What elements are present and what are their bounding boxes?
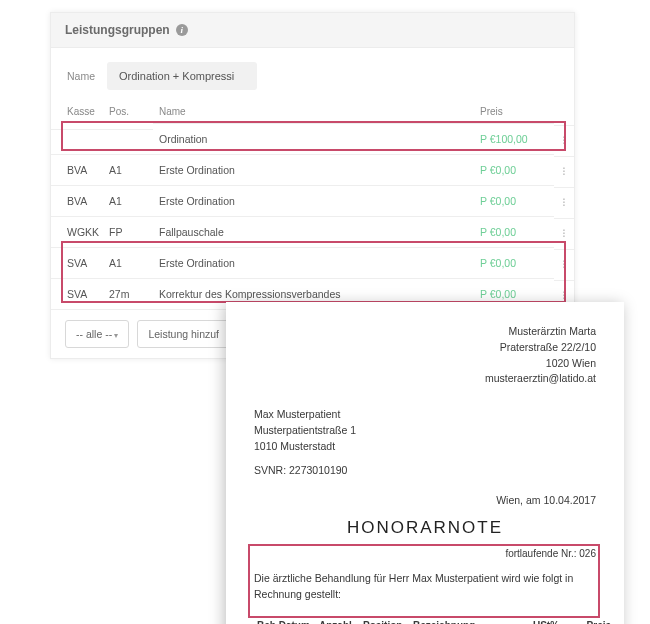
running-number: fortlaufende Nr.: 026: [254, 548, 596, 559]
recipient-street: Musterpatientstraße 1: [254, 423, 596, 439]
svnr-value: 2273010190: [289, 464, 347, 476]
sender-city: 1020 Wien: [254, 356, 596, 372]
cell-price: P €0,00: [474, 154, 554, 185]
cell-pos: A1: [103, 185, 153, 216]
col-name: Name: [153, 100, 474, 123]
cell-kasse: SVA: [51, 247, 103, 278]
cell-pos: 27m: [103, 278, 153, 309]
cell-price: P €0,00: [474, 216, 554, 247]
cell-name: Erste Ordination: [153, 247, 474, 278]
kasse-filter-dropdown[interactable]: -- alle --: [65, 320, 129, 348]
svnr-line: SVNR: 2273010190: [254, 464, 596, 476]
panel-header: Leistungsgruppen i: [51, 13, 574, 48]
cell-price: P €0,00: [474, 247, 554, 278]
intro-text: Die ärztliche Behandlung für Herr Max Mu…: [254, 571, 596, 603]
filter-label: Name: [67, 70, 95, 82]
cell-kasse: WGKK: [51, 216, 103, 247]
cell-kasse: BVA: [51, 185, 103, 216]
inv-col-date: Beh.Datum: [254, 615, 316, 624]
inv-col-pos: Position: [360, 615, 410, 624]
sender-name: Musterärztin Marta: [254, 324, 596, 340]
cell-pos: [103, 129, 153, 148]
col-preis: Preis: [474, 100, 554, 123]
invoice-table: Beh.Datum Anzahl Position Bezeichnung US…: [254, 615, 596, 624]
cell-kasse: SVA: [51, 278, 103, 309]
cell-name: Fallpauschale: [153, 216, 474, 247]
cell-kasse: [51, 129, 103, 148]
sender-email: musteraerztin@latido.at: [254, 371, 596, 387]
filter-row: Name: [51, 48, 574, 100]
recipient-block: Max Musterpatient Musterpatientstraße 1 …: [254, 407, 596, 454]
name-filter-input[interactable]: [107, 62, 257, 90]
inv-col-qty: Anzahl: [316, 615, 360, 624]
row-menu-icon[interactable]: ···: [554, 218, 574, 246]
row-menu-icon[interactable]: ···: [554, 125, 574, 153]
doc-title: HONORARNOTE: [254, 518, 596, 538]
svnr-label: SVNR:: [254, 464, 286, 476]
sender-street: Praterstraße 22/2/10: [254, 340, 596, 356]
cell-price: P €100,00: [474, 123, 554, 154]
cell-price: P €0,00: [474, 185, 554, 216]
col-pos: Pos.: [103, 100, 153, 123]
sender-block: Musterärztin Marta Praterstraße 22/2/10 …: [254, 324, 596, 387]
cell-kasse: BVA: [51, 154, 103, 185]
info-icon[interactable]: i: [176, 24, 188, 36]
col-kasse: Kasse: [51, 100, 103, 123]
cell-name: Erste Ordination: [153, 154, 474, 185]
recipient-city: 1010 Musterstadt: [254, 439, 596, 455]
doc-date: Wien, am 10.04.2017: [254, 494, 596, 506]
cell-pos: A1: [103, 247, 153, 278]
inv-col-desc: Bezeichnung: [410, 615, 526, 624]
col-actions: [554, 106, 574, 118]
row-menu-icon[interactable]: ···: [554, 187, 574, 215]
panel-title: Leistungsgruppen: [65, 23, 170, 37]
recipient-name: Max Musterpatient: [254, 407, 596, 423]
inv-col-price: Preis: [562, 615, 614, 624]
row-menu-icon[interactable]: ···: [554, 156, 574, 184]
cell-name: Ordination: [153, 123, 474, 154]
invoice-document: Musterärztin Marta Praterstraße 22/2/10 …: [226, 302, 624, 624]
cell-pos: A1: [103, 154, 153, 185]
cell-pos: FP: [103, 216, 153, 247]
cell-name: Erste Ordination: [153, 185, 474, 216]
row-menu-icon[interactable]: ···: [554, 249, 574, 277]
inv-col-ust: USt%: [526, 615, 562, 624]
add-service-button[interactable]: Leistung hinzuf: [137, 320, 230, 348]
